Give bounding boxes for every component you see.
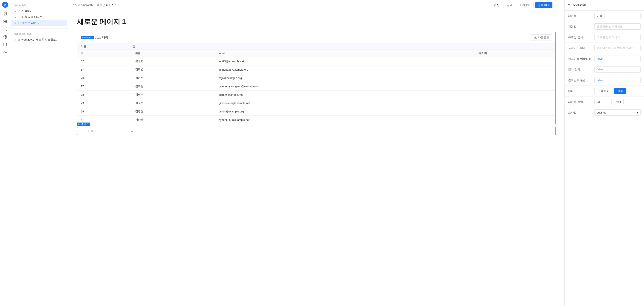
filter-value: 김	[132, 44, 552, 48]
prop-row-placeholder: 플레이스홀더	[565, 43, 644, 53]
col-header-id: id	[78, 50, 132, 57]
cell-userid	[476, 107, 556, 116]
tt-icon: Tт	[568, 3, 572, 7]
nav-search-icon[interactable]	[2, 26, 8, 33]
filter-row: 이름 김	[78, 43, 556, 50]
svg-rect-4	[4, 20, 5, 21]
download-button[interactable]: 다운로드	[531, 34, 552, 41]
breadcrumb-separator: /	[94, 3, 95, 7]
cell-email: wgo@example.org	[215, 74, 476, 82]
prop-input-validation[interactable]	[594, 34, 640, 40]
cell-id: 70	[78, 74, 132, 82]
chevron-down-icon: ▾	[637, 111, 638, 114]
table-title: 매량	[102, 36, 108, 39]
share-button[interactable]: 공유	[504, 2, 515, 8]
bottom-input-area: textField1 + ⠿	[77, 127, 556, 135]
width-option-fixed[interactable]: 고정 너비	[594, 88, 613, 94]
sidebar-item-new-page[interactable]: ▼ ☐ 새로운 페이지 1	[11, 20, 67, 26]
sidebar-item-label: workflow1 (새로운 워크플로...	[22, 38, 58, 42]
page-icon: ☐	[18, 21, 21, 25]
sidebar-item-workflow1[interactable]: ▶ ⚙ workflow1 (새로운 워크플로...	[11, 37, 67, 43]
prop-label-label: 레이블	[568, 14, 592, 18]
page-title: 새로운 페이지 1	[77, 17, 556, 27]
icon-bar: A	[0, 0, 10, 306]
right-panel-header: Tт textField1 ···	[565, 0, 644, 10]
width-option-block[interactable]: 블록	[614, 88, 626, 94]
filter-label: 이름	[81, 44, 132, 48]
style-label: 스타일	[568, 111, 592, 115]
prop-value-placeholder	[594, 45, 640, 51]
year-prefix: 2022	[95, 36, 101, 39]
prop-input-label[interactable]	[594, 13, 640, 19]
prop-value-readonly: false	[594, 66, 640, 73]
sidebar-item-start[interactable]: ▶ ☐ 시작하기	[11, 8, 67, 14]
cell-email: umun@example.org	[215, 107, 476, 116]
prop-value-default	[594, 23, 640, 30]
download-label: 다운로드	[538, 36, 549, 39]
cell-email: junhobag@example.org	[215, 65, 476, 74]
sidebar-divider	[10, 28, 68, 29]
prop-label-placeholder: 플레이스홀더	[568, 46, 592, 50]
sidebar-item-dashboard[interactable]: ▶ ☐ 매출 지표 대시보드	[11, 14, 67, 20]
sidebar-item-label: 시작하기	[22, 9, 33, 13]
deploy-button[interactable]: 전체 배포	[535, 2, 552, 8]
cell-id: 99	[78, 107, 132, 116]
avatar[interactable]: A	[2, 2, 8, 8]
input-value-field[interactable]	[128, 127, 556, 135]
page-icon: ☐	[18, 15, 20, 19]
label-length-unit-select[interactable]: % ▾	[614, 99, 624, 105]
right-panel: Tт textField1 ··· 레이블 기본값 유효성 검사 플레이스홀더 …	[564, 0, 644, 306]
plus-icon: +	[79, 130, 80, 133]
prop-label-validation: 유효성 검사	[568, 35, 592, 39]
nav-integrations-icon[interactable]	[2, 49, 8, 56]
download-icon	[534, 36, 537, 39]
component-name: textField1	[574, 3, 586, 7]
sidebar-item-label: 매출 지표 대시보드	[22, 15, 45, 19]
header: Azure Amaranth / 새로운 페이지 1 편집 공유 미리보기 전체…	[68, 0, 564, 10]
prop-row-default: 기본값	[565, 21, 644, 32]
sidebar-sub-section-title: 하위 페이지 목록	[10, 31, 68, 37]
cell-email: gimseoyun@example.net	[215, 99, 476, 107]
chevron-right-icon: ▶	[14, 39, 16, 41]
nav-settings-icon[interactable]	[2, 33, 8, 40]
sidebar-item-label: 새로운 페이지 1	[22, 21, 42, 25]
label-length-row: 레이블 길이 % ▾	[565, 97, 644, 107]
table-row: 77 김지은 gweonmyeongsug@example.org	[78, 82, 556, 91]
nav-components-icon[interactable]	[2, 18, 8, 25]
svg-point-8	[4, 28, 6, 30]
svg-point-10	[4, 36, 6, 37]
table-row: 70 김은주 wgo@example.org	[78, 74, 556, 82]
nav-database-icon[interactable]	[2, 41, 8, 48]
right-panel-more-icon[interactable]: ···	[636, 2, 640, 8]
edit-button[interactable]: 편집	[491, 2, 502, 8]
prop-row-label: 레이블	[565, 10, 644, 21]
cell-name: 김경수	[132, 99, 215, 107]
prop-value-disabled: false	[594, 56, 640, 62]
table-row: 57 김정호 junhobag@example.org	[78, 65, 556, 74]
prop-input-placeholder[interactable]	[594, 45, 640, 51]
label-length-label: 레이블 길이	[568, 100, 592, 104]
cell-email: yeji95@example.net	[215, 57, 476, 65]
style-row: 스타일 outlined ▾	[565, 107, 644, 118]
more-options-icon[interactable]: ···	[554, 2, 560, 8]
label-length-input[interactable]	[594, 99, 612, 105]
cell-name: 김승현	[132, 57, 215, 65]
svg-point-11	[4, 43, 7, 44]
bottom-textfield-badge: textField1	[77, 123, 90, 126]
prop-input-default[interactable]	[594, 23, 640, 30]
page-icon: ☐	[18, 9, 20, 13]
svg-line-9	[6, 30, 6, 30]
prop-row-disabled: 컴포넌트 비활성화 false	[565, 53, 644, 64]
chevron-down-icon: ▼	[14, 22, 17, 24]
textfield-badge: textField1	[81, 36, 94, 39]
preview-button[interactable]: 미리보기	[517, 2, 534, 8]
input-label-field[interactable]	[85, 127, 128, 135]
cell-id: 57	[78, 65, 132, 74]
svg-rect-7	[5, 22, 6, 23]
nav-pages-icon[interactable]	[2, 10, 8, 17]
prop-value-validation	[594, 34, 640, 40]
table-row: 79 김경수 gimseoyun@example.net	[78, 99, 556, 107]
table-header-row: textField1 2022 매량 다운로드	[78, 32, 556, 43]
style-value: outlined	[597, 111, 606, 114]
style-select[interactable]: outlined ▾	[594, 109, 640, 116]
